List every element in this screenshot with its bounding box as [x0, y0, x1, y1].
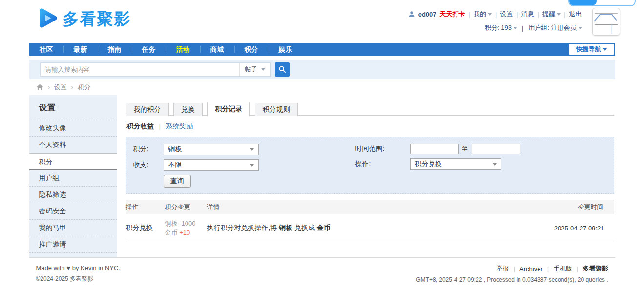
time-from-input[interactable]: [410, 144, 459, 154]
main-nav: 社区 最新 指南 任务 活动 商城 积分 娱乐 快捷导航: [29, 43, 615, 56]
menu-logout[interactable]: 退出: [569, 10, 582, 19]
main-area: 设置 修改头像 个人资料 积分 用户组 隐私筛选 密码安全 我的马甲 推广邀请 …: [29, 95, 615, 258]
footer-link-report[interactable]: 举报: [497, 264, 509, 273]
separator: |: [514, 265, 515, 272]
sidebar-item-avatar[interactable]: 修改头像: [29, 120, 117, 137]
credit-log-table: 操作 积分变更 详情 变更时间 积分兑换 铜板 -1000 金币 +10 执行积…: [126, 200, 614, 242]
tab-my-credits[interactable]: 我的积分: [126, 103, 169, 116]
separator: |: [522, 24, 523, 32]
credits-dropdown[interactable]: 积分: 193: [485, 23, 517, 32]
quick-nav-button[interactable]: 快捷导航: [569, 44, 614, 55]
sidebar-item-invite[interactable]: 推广邀请: [29, 236, 117, 253]
table-row: 积分兑换 铜板 -1000 金币 +10 执行积分对兑换操作,将 铜板 兑换成 …: [126, 214, 614, 242]
separator: |: [495, 11, 497, 18]
separator: |: [538, 11, 539, 18]
operation-select[interactable]: 积分兑换: [410, 158, 501, 170]
settings-sidebar: 设置 修改头像 个人资料 积分 用户组 隐私筛选 密码安全 我的马甲 推广邀请: [29, 95, 117, 257]
filter-left-column: 积分: 铜板 收支: 不限 查询: [133, 144, 355, 188]
content-panel: 我的积分 兑换 积分记录 积分规则 积分收益 | 系统奖励 积分: 铜板: [117, 95, 615, 257]
operation-label: 操作:: [355, 160, 410, 168]
footer-copyright: ©2024-2025 多看聚影: [36, 275, 120, 283]
credit-type-select[interactable]: 铜板: [164, 144, 259, 155]
chevron-down-icon: [513, 27, 517, 29]
separator: |: [469, 11, 470, 18]
sidebar-title: 设置: [29, 95, 117, 120]
breadcrumb: › 设置 › 积分: [29, 79, 615, 95]
separator: |: [547, 265, 549, 272]
sidebar-item-profile[interactable]: 个人资料: [29, 137, 117, 153]
separator: |: [564, 11, 565, 18]
nav-latest[interactable]: 最新: [63, 43, 98, 56]
search-button[interactable]: [275, 62, 290, 77]
page-wrapper: 多看聚影 ed007 天天打卡 | 我的 | 设置 | 消息: [29, 0, 615, 283]
menu-settings[interactable]: 设置: [500, 10, 513, 19]
cell-change: 铜板 -1000 金币 +10: [165, 219, 207, 237]
cell-operation: 积分兑换: [126, 224, 165, 232]
footer-right: 举报 | Archiver | 手机版 | 多看聚影 GMT+8, 2025-4…: [416, 264, 608, 283]
breadcrumb-credits[interactable]: 积分: [78, 83, 90, 92]
user-badge[interactable]: 天天打卡: [440, 10, 465, 19]
col-change: 积分变更: [165, 203, 207, 211]
tab-credit-log[interactable]: 积分记录: [207, 102, 250, 116]
subnav-income[interactable]: 积分收益: [127, 122, 154, 131]
footer-link-archiver[interactable]: Archiver: [519, 265, 543, 272]
nav-mall[interactable]: 商城: [200, 43, 234, 56]
user-stats-row: 积分: 193 | 用户组: 注册会员: [408, 23, 582, 32]
separator: |: [159, 123, 161, 130]
sidebar-item-password[interactable]: 密码安全: [29, 203, 117, 220]
user-icon: [408, 11, 415, 18]
chevron-down-icon: [250, 148, 254, 151]
chevron-down-icon: [493, 163, 497, 166]
nav-activities[interactable]: 活动: [166, 43, 200, 56]
top-progress-fill: [569, 0, 597, 5]
site-header: 多看聚影 ed007 天天打卡 | 我的 | 设置 | 消息: [29, 0, 615, 43]
income-type-label: 收支:: [133, 161, 164, 169]
sidebar-item-credits[interactable]: 积分: [29, 153, 117, 170]
separator: |: [516, 11, 518, 18]
tab-exchange[interactable]: 兑换: [173, 103, 203, 116]
nav-community[interactable]: 社区: [29, 43, 63, 56]
footer-brand[interactable]: 多看聚影: [583, 264, 608, 273]
time-to-input[interactable]: [472, 144, 520, 154]
footer-left: Made with ♥ by Kevin in NYC. ©2024-2025 …: [36, 264, 120, 283]
usergroup-dropdown[interactable]: 用户组: 注册会员: [528, 23, 582, 32]
nav-credits[interactable]: 积分: [234, 43, 269, 56]
subnav-system-reward[interactable]: 系统奖励: [166, 122, 193, 131]
search-scope-dropdown[interactable]: 帖子: [239, 63, 270, 76]
search-box: 帖子: [40, 62, 271, 77]
site-logo[interactable]: 多看聚影: [36, 7, 131, 31]
sidebar-item-alts[interactable]: 我的马甲: [29, 220, 117, 236]
footer-link-mobile[interactable]: 手机版: [553, 264, 572, 273]
user-links-row: ed007 天天打卡 | 我的 | 设置 | 消息 | 提醒 | 退出: [408, 10, 582, 19]
footer-links: 举报 | Archiver | 手机版 | 多看聚影: [416, 264, 608, 273]
search-input[interactable]: [41, 63, 239, 76]
nav-guide[interactable]: 指南: [98, 43, 132, 56]
query-button[interactable]: 查询: [164, 175, 191, 188]
search-bar: 帖子: [29, 60, 615, 79]
breadcrumb-settings[interactable]: 设置: [54, 83, 67, 92]
home-icon[interactable]: [36, 83, 43, 91]
nav-entertainment[interactable]: 娱乐: [269, 43, 303, 56]
cell-time: 2025-04-27 09:21: [541, 225, 614, 232]
menu-my[interactable]: 我的: [474, 10, 492, 19]
filter-panel: 积分: 铜板 收支: 不限 查询: [126, 137, 614, 194]
nav-tasks[interactable]: 任务: [132, 43, 166, 56]
chevron-down-icon: [603, 48, 607, 51]
chevron-down-icon: [488, 13, 492, 16]
chevron-down-icon: [578, 27, 582, 29]
table-header-row: 操作 积分变更 详情 变更时间: [126, 200, 614, 214]
username[interactable]: ed007: [418, 11, 436, 18]
user-panel: ed007 天天打卡 | 我的 | 设置 | 消息 | 提醒 | 退出 积分: …: [408, 10, 582, 32]
sidebar-item-privacy[interactable]: 隐私筛选: [29, 187, 117, 203]
credit-trend-chart[interactable]: [592, 8, 620, 36]
footer-stats: GMT+8, 2025-4-27 09:22 , Processed in 0.…: [416, 276, 608, 283]
menu-notifications[interactable]: 提醒: [542, 10, 561, 19]
income-type-select[interactable]: 不限: [164, 159, 259, 171]
tab-credit-rules[interactable]: 积分规则: [255, 103, 298, 116]
separator: |: [577, 265, 578, 272]
filter-right-column: 时间范围: 至 操作: 积分兑换: [355, 144, 520, 188]
menu-messages[interactable]: 消息: [521, 10, 534, 19]
sidebar-item-usergroup[interactable]: 用户组: [29, 170, 117, 187]
top-progress-pill: [568, 0, 636, 6]
search-icon: [278, 65, 286, 73]
